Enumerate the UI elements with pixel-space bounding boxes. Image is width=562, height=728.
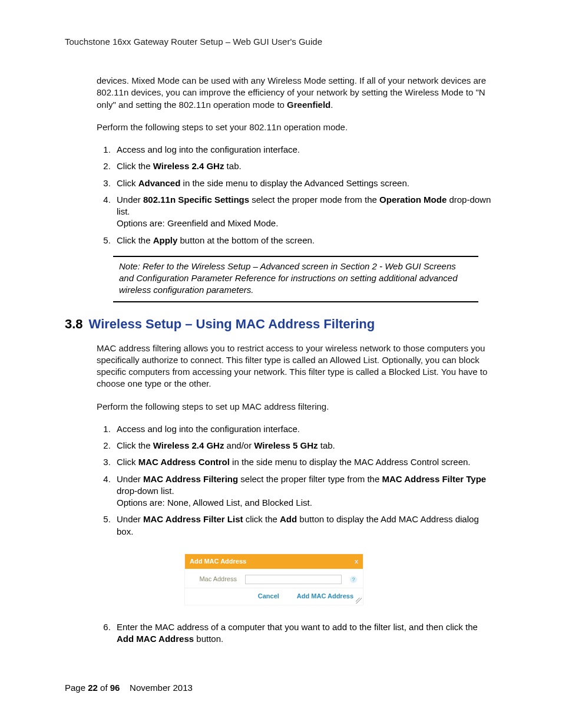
- intro-paragraph-1: devices. Mixed Mode can be used with any…: [97, 75, 497, 111]
- bold-add-mac-address: Add MAC Address: [117, 634, 194, 644]
- footer-page-total: 96: [110, 683, 120, 693]
- text: Under: [117, 195, 143, 205]
- footer-of: of: [98, 683, 110, 693]
- dialog-header: Add MAC Address x: [185, 554, 363, 569]
- text: select the proper filter type from the: [238, 474, 382, 484]
- help-icon[interactable]: ?: [350, 576, 357, 583]
- text: .: [330, 100, 333, 110]
- bold-mac-filtering: MAC Address Filtering: [143, 474, 238, 484]
- text: Under: [117, 514, 143, 524]
- mac-paragraph-2: Perform the following steps to set up MA…: [97, 401, 497, 413]
- text: Click the: [117, 161, 153, 171]
- step-5: Click the Apply button at the bottom of …: [113, 235, 497, 246]
- dialog-body: Mac Address ?: [185, 569, 363, 588]
- bold-advanced: Advanced: [138, 178, 181, 188]
- bold-apply: Apply: [153, 235, 178, 245]
- text: tab.: [224, 161, 241, 171]
- cancel-button[interactable]: Cancel: [254, 592, 283, 600]
- section-title: Wireless Setup – Using MAC Address Filte…: [89, 317, 375, 331]
- footer-page-current: 22: [88, 683, 98, 693]
- step-6: Enter the MAC address of a computer that…: [113, 621, 497, 645]
- intro-paragraph-2: Perform the following steps to set your …: [97, 121, 497, 133]
- step-4: Under MAC Address Filtering select the p…: [113, 473, 497, 509]
- bold-wireless5: Wireless 5 GHz: [254, 440, 318, 450]
- steps-operation-mode: Access and log into the configuration in…: [97, 144, 497, 246]
- bold-wireless24: Wireless 2.4 GHz: [153, 440, 224, 450]
- step-1: Access and log into the configuration in…: [113, 144, 497, 156]
- bold-operation-mode: Operation Mode: [379, 195, 447, 205]
- document-page: Touchstone 16xx Gateway Router Setup – W…: [0, 0, 562, 728]
- step-4-options: Options are: None, Allowed List, and Blo…: [117, 498, 312, 508]
- step-2: Click the Wireless 2.4 GHz and/or Wirele…: [113, 440, 497, 452]
- mac-paragraph-1: MAC address filtering allows you to rest…: [97, 342, 497, 390]
- section-number: 3.8: [65, 317, 83, 331]
- bold-add: Add: [280, 514, 297, 524]
- text: click the: [243, 514, 280, 524]
- add-mac-dialog: Add MAC Address x Mac Address ? Cancel A…: [185, 554, 363, 605]
- text: in the side menu to display the MAC Addr…: [230, 457, 471, 467]
- section-heading-3-8: 3.8Wireless Setup – Using MAC Address Fi…: [65, 317, 497, 332]
- page-footer: Page 22 of 96 November 2013: [65, 683, 193, 693]
- close-icon[interactable]: x: [355, 558, 358, 565]
- dialog-footer: Cancel Add MAC Address: [185, 588, 363, 605]
- step-4: Under 802.11n Specific Settings select t…: [113, 194, 497, 230]
- step-1: Access and log into the configuration in…: [113, 423, 497, 435]
- text: select the proper mode from the: [249, 195, 379, 205]
- bold-filter-type: MAC Address Filter Type: [382, 474, 486, 484]
- text: drop-down list.: [117, 486, 174, 496]
- note-box: Note: Refer to the Wireless Setup – Adva…: [113, 256, 478, 302]
- resize-grip-icon[interactable]: [356, 598, 362, 604]
- footer-date: November 2013: [120, 683, 192, 693]
- dialog-title: Add MAC Address: [190, 557, 246, 566]
- add-mac-address-button[interactable]: Add MAC Address: [293, 592, 357, 600]
- bold-80211n: 802.11n Specific Settings: [143, 195, 249, 205]
- text: tab.: [318, 440, 335, 450]
- text: in the side menu to display the Advanced…: [180, 178, 409, 188]
- text: button at the bottom of the screen.: [177, 235, 315, 245]
- mac-address-input[interactable]: [245, 575, 342, 584]
- footer-page-label: Page: [65, 683, 88, 693]
- step-2: Click the Wireless 2.4 GHz tab.: [113, 160, 497, 172]
- text: Enter the MAC address of a computer that…: [117, 622, 478, 632]
- bold-wireless24: Wireless 2.4 GHz: [153, 161, 224, 171]
- step-3: Click Advanced in the side menu to displ…: [113, 177, 497, 189]
- text: Under: [117, 474, 143, 484]
- steps-mac-filtering: Access and log into the configuration in…: [97, 423, 497, 645]
- bold-greenfield: Greenfield: [287, 100, 330, 110]
- step-4-options: Options are: Greenfield and Mixed Mode.: [117, 218, 278, 228]
- running-header: Touchstone 16xx Gateway Router Setup – W…: [65, 37, 497, 47]
- step-3: Click MAC Address Control in the side me…: [113, 456, 497, 468]
- text: button.: [194, 634, 223, 644]
- bold-filter-list: MAC Address Filter List: [143, 514, 243, 524]
- text: Click: [117, 457, 138, 467]
- step-5: Under MAC Address Filter List click the …: [113, 513, 497, 604]
- text: and/or: [224, 440, 254, 450]
- text: Click: [117, 178, 138, 188]
- bold-mac-control: MAC Address Control: [138, 457, 230, 467]
- text: Click the: [117, 235, 153, 245]
- mac-address-label: Mac Address: [191, 575, 237, 584]
- text: Click the: [117, 440, 153, 450]
